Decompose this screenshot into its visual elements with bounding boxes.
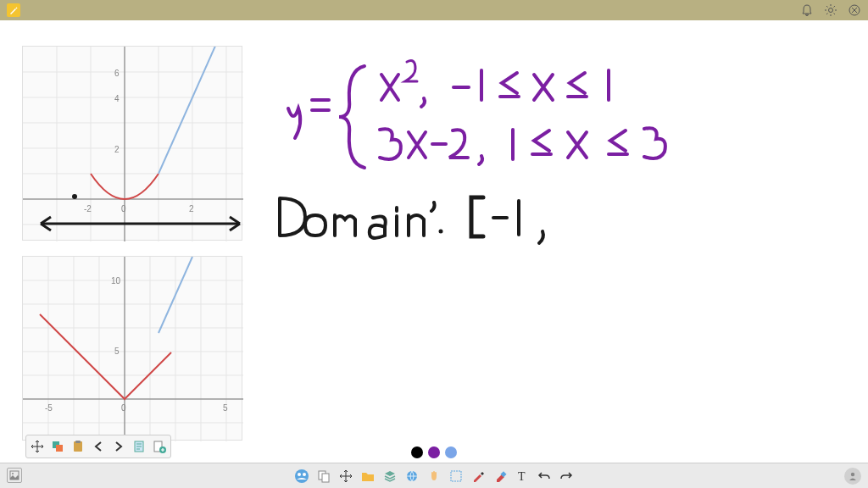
svg-text:5: 5 — [114, 347, 120, 356]
next-arrow[interactable] — [109, 437, 128, 456]
svg-text:6: 6 — [114, 69, 120, 78]
svg-point-52 — [295, 469, 309, 483]
svg-text:-2: -2 — [84, 204, 92, 214]
svg-point-53 — [298, 473, 301, 476]
marker-icon[interactable] — [491, 467, 509, 485]
move-icon[interactable] — [337, 467, 355, 485]
add-page-tool[interactable] — [150, 437, 169, 456]
svg-text:4: 4 — [114, 94, 120, 103]
layers-tool[interactable] — [48, 437, 67, 456]
color-purple[interactable] — [428, 446, 440, 458]
canvas[interactable]: -2 0 2 2 4 6 — [0, 20, 868, 458]
prev-arrow[interactable] — [89, 437, 108, 456]
new-page-tool[interactable] — [130, 437, 148, 456]
close-icon[interactable] — [848, 3, 861, 17]
hand-icon[interactable] — [425, 467, 443, 485]
svg-text:-5: -5 — [45, 403, 53, 413]
bottom-dock: T — [0, 463, 868, 488]
group-icon[interactable] — [292, 467, 311, 485]
domain-text — [271, 186, 695, 253]
svg-text:0: 0 — [121, 204, 126, 214]
svg-point-0 — [829, 8, 833, 13]
image-placeholder-icon[interactable] — [7, 468, 22, 483]
app-icon[interactable] — [7, 3, 20, 17]
pen-icon[interactable] — [469, 467, 487, 485]
select-icon[interactable] — [447, 467, 465, 485]
svg-text:2: 2 — [189, 204, 194, 214]
stack-icon[interactable] — [381, 467, 399, 485]
undo-icon[interactable] — [535, 467, 554, 485]
left-toolbar — [25, 435, 171, 458]
move-tool[interactable] — [28, 437, 47, 456]
color-picker — [411, 446, 457, 458]
svg-point-62 — [12, 473, 14, 474]
top-bar — [0, 0, 868, 20]
equation-piecewise — [280, 49, 805, 185]
svg-text:5: 5 — [223, 403, 228, 413]
copy-icon[interactable] — [314, 467, 333, 485]
graph-1: -2 0 2 2 4 6 — [22, 46, 242, 241]
svg-rect-58 — [451, 471, 461, 481]
svg-point-44 — [439, 230, 443, 234]
gear-icon[interactable] — [824, 3, 837, 17]
redo-icon[interactable] — [557, 467, 576, 485]
svg-rect-56 — [322, 474, 329, 482]
color-blue[interactable] — [445, 446, 457, 458]
svg-text:2: 2 — [114, 145, 120, 154]
svg-rect-46 — [56, 445, 63, 452]
graph-2: -5 0 5 5 10 — [22, 256, 242, 441]
clipboard-tool[interactable] — [69, 437, 87, 456]
svg-point-54 — [303, 473, 306, 476]
globe-icon[interactable] — [403, 467, 421, 485]
svg-text:10: 10 — [111, 276, 121, 286]
svg-text:0: 0 — [121, 403, 126, 413]
text-icon[interactable]: T — [513, 467, 531, 485]
svg-text:T: T — [518, 470, 526, 483]
color-black[interactable] — [411, 446, 423, 458]
bell-icon[interactable] — [800, 3, 814, 17]
folder-icon[interactable] — [359, 467, 377, 485]
svg-point-63 — [851, 473, 854, 476]
svg-rect-48 — [75, 441, 81, 443]
user-avatar[interactable] — [844, 468, 861, 485]
